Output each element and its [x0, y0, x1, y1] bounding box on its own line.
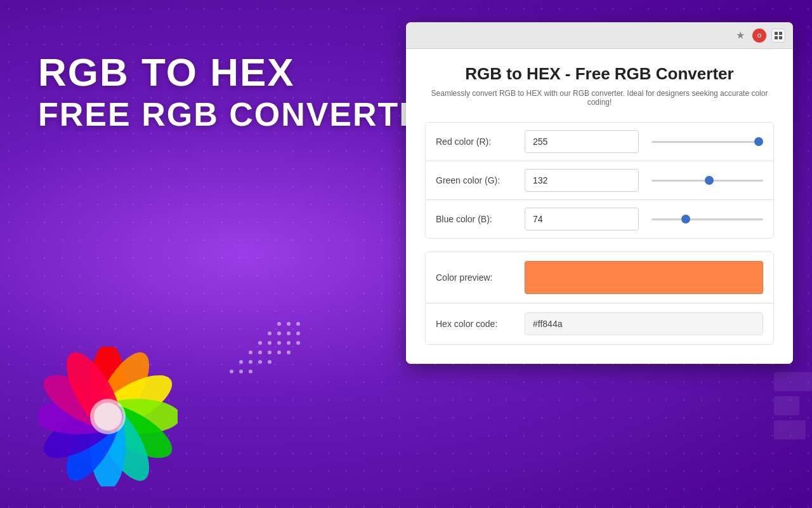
red-slider[interactable]	[652, 141, 763, 143]
left-panel: RGB TO HEX FREE RGB CONVERTER	[38, 51, 448, 133]
green-slider-wrapper	[652, 180, 763, 182]
svg-point-9	[277, 341, 281, 345]
svg-point-5	[287, 331, 291, 335]
browser-content: RGB to HEX - Free RGB Converter Seamless…	[406, 49, 793, 364]
svg-point-1	[287, 322, 291, 326]
svg-point-18	[249, 360, 252, 364]
browser-toolbar: ★	[406, 22, 793, 49]
green-input[interactable]	[525, 169, 639, 192]
svg-point-12	[249, 351, 252, 354]
bookmark-icon[interactable]: ★	[733, 29, 747, 43]
svg-point-15	[277, 351, 281, 354]
preview-label: Color preview:	[436, 272, 525, 283]
svg-point-21	[230, 370, 233, 373]
browser-window: ★ RGB to HEX - Free RGB Converter Seamle…	[406, 22, 793, 364]
hex-output: #ff844a	[525, 312, 763, 335]
color-preview-row: Color preview:	[426, 252, 773, 304]
app-title: RGB to HEX - Free RGB Converter	[425, 64, 774, 84]
svg-point-19	[258, 360, 262, 364]
extension-icon-2[interactable]	[771, 29, 785, 43]
svg-point-20	[268, 360, 272, 364]
green-label: Green color (G):	[436, 175, 525, 185]
blue-input[interactable]	[525, 208, 639, 231]
blue-slider-wrapper	[652, 218, 763, 220]
hex-label: Hex color code:	[436, 319, 525, 329]
svg-point-6	[296, 331, 300, 335]
svg-point-23	[249, 370, 252, 373]
svg-point-14	[268, 351, 272, 354]
svg-point-13	[258, 351, 262, 354]
deco-rectangles	[774, 372, 812, 444]
red-slider-wrapper	[652, 141, 763, 143]
left-title-line1: RGB TO HEX	[38, 51, 448, 94]
green-slider[interactable]	[652, 180, 763, 182]
svg-point-2	[296, 322, 300, 326]
svg-point-37	[94, 403, 122, 431]
red-label: Red color (R):	[436, 137, 525, 147]
blue-slider[interactable]	[652, 218, 763, 220]
hex-value: #ff844a	[533, 319, 562, 329]
svg-point-4	[277, 331, 281, 335]
svg-point-10	[287, 341, 291, 345]
extension-icon-1[interactable]	[752, 29, 766, 43]
red-input[interactable]	[525, 130, 639, 153]
svg-rect-41	[775, 32, 778, 35]
svg-point-17	[239, 360, 243, 364]
app-subtitle: Seamlessly convert RGB to HEX with our R…	[425, 89, 774, 107]
preview-section: Color preview: Hex color code: #ff844a	[425, 251, 774, 345]
svg-point-3	[268, 331, 272, 335]
rgb-input-section: Red color (R): Green color (G): Blue col…	[425, 122, 774, 239]
arrow-dots-decoration	[216, 318, 304, 381]
svg-point-16	[287, 351, 291, 354]
svg-point-8	[268, 341, 272, 345]
green-color-row: Green color (G):	[426, 161, 773, 200]
color-preview-box	[525, 261, 763, 294]
svg-point-22	[239, 370, 243, 373]
color-wheel-decoration	[38, 347, 178, 489]
svg-rect-42	[779, 32, 782, 35]
red-color-row: Red color (R):	[426, 123, 773, 161]
svg-rect-44	[779, 36, 782, 39]
blue-label: Blue color (B):	[436, 214, 525, 224]
left-title-line2: FREE RGB CONVERTER	[38, 97, 448, 133]
svg-point-40	[758, 34, 761, 37]
svg-point-0	[277, 322, 281, 326]
svg-rect-43	[775, 36, 778, 39]
svg-point-7	[258, 341, 262, 345]
blue-color-row: Blue color (B):	[426, 200, 773, 238]
hex-code-row: Hex color code: #ff844a	[426, 304, 773, 344]
svg-point-11	[296, 341, 300, 345]
